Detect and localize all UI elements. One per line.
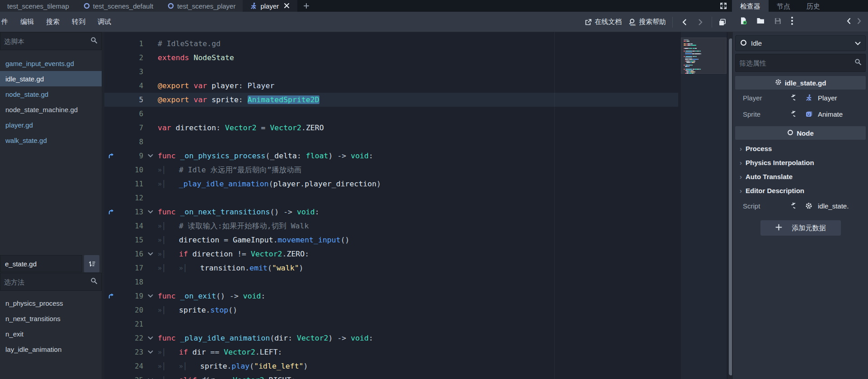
code-line-5[interactable]: 5@export var sprite: AnimatedSprite2D — [104, 93, 678, 107]
sort-methods-icon[interactable] — [84, 255, 99, 272]
menu-调试[interactable]: 调试 — [98, 18, 111, 26]
code-line-15[interactable]: 15»│direction = GameInput.movement_input… — [104, 233, 678, 247]
fold-chevron-icon[interactable] — [143, 154, 158, 158]
group-process[interactable]: ›Process — [735, 142, 866, 156]
code-line-10[interactable]: 10»│# Idle 永远用“最后朝向”播放动画 — [104, 163, 678, 177]
menu-件[interactable]: 件 — [1, 18, 8, 26]
method-list-item[interactable]: n_next_transitions — [0, 311, 102, 326]
fold-chevron-icon[interactable] — [143, 294, 158, 298]
save-icon[interactable] — [774, 17, 782, 27]
script-list-item[interactable]: node_state_machine.gd — [0, 102, 102, 117]
code-line-23[interactable]: 23»│if dir == Vector2.LEFT: — [104, 345, 678, 359]
code-line-16[interactable]: 16»│if direction != Vector2.ZERO: — [104, 247, 678, 261]
fold-chevron-icon[interactable] — [143, 350, 158, 354]
code-line-19[interactable]: 19func _on_exit() -> void: — [104, 289, 678, 303]
code-line-24[interactable]: 24»│»│sprite.play("idle_left") — [104, 359, 678, 373]
filter-methods-input[interactable] — [4, 278, 90, 286]
new-resource-icon[interactable] — [739, 17, 747, 27]
script-panel-icon[interactable] — [718, 18, 727, 26]
code-line-8[interactable]: 8 — [104, 135, 678, 149]
code-line-22[interactable]: 22func _play_idle_animation(dir: Vector2… — [104, 331, 678, 345]
scripts-sidebar: game_input_events.gdidle_state.gdnode_st… — [0, 32, 102, 379]
code-line-25[interactable]: 25»│elif dir == Vector2.RIGHT: — [104, 373, 678, 379]
script-list-item[interactable]: game_input_events.gd — [0, 56, 102, 71]
code-line-3[interactable]: 3 — [104, 65, 678, 79]
add-metadata-button[interactable]: 添加元数据 — [760, 220, 841, 236]
history-back-icon[interactable] — [846, 18, 851, 26]
fold-chevron-icon[interactable] — [143, 210, 158, 214]
node-section-header[interactable]: Node — [735, 126, 866, 140]
script-list-item[interactable]: idle_state.gd — [0, 71, 102, 86]
code-line-11[interactable]: 11»│_play_idle_animation(player.player_d… — [104, 177, 678, 191]
code-line-1[interactable]: 1# IdleState.gd — [104, 37, 678, 51]
code-line-14[interactable]: 14»│# 读取输入:如果开始移动,切到 Walk — [104, 219, 678, 233]
code-line-17[interactable]: 17»│»│transition.emit("walk") — [104, 261, 678, 275]
online-docs-button[interactable]: 在线文档 — [585, 18, 622, 26]
code-line-6[interactable]: 6 — [104, 107, 678, 121]
tab-节点[interactable]: 节点 — [769, 0, 798, 12]
node-selector[interactable]: Idle — [735, 35, 866, 51]
revert-icon[interactable] — [783, 94, 799, 102]
method-list-item[interactable]: lay_idle_animation — [0, 341, 102, 357]
chevron-right-icon: › — [740, 145, 742, 152]
token: if — [179, 250, 188, 258]
code-text: @export var sprite: AnimatedSprite2D — [158, 95, 319, 104]
revert-icon[interactable] — [783, 110, 799, 118]
fold-chevron-icon[interactable] — [143, 336, 158, 340]
current-script-path[interactable]: e_state.gd — [0, 255, 82, 272]
history-forward-icon[interactable] — [857, 18, 862, 26]
minimap-viewport[interactable] — [681, 38, 727, 74]
more-options-icon[interactable] — [791, 16, 793, 27]
code-line-18[interactable]: 18 — [104, 275, 678, 289]
code-line-4[interactable]: 4@export var player: Player — [104, 79, 678, 93]
method-list: n_physics_processn_next_transitionsn_exi… — [0, 291, 102, 357]
menu-编辑[interactable]: 编辑 — [20, 18, 34, 26]
chevron-right-icon: › — [740, 173, 742, 180]
close-icon[interactable] — [284, 3, 290, 9]
code-line-20[interactable]: 20»│sprite.stop() — [104, 303, 678, 317]
property-value[interactable]: Animate — [818, 110, 843, 118]
tab-检查器[interactable]: 检查器 — [732, 0, 769, 12]
property-value[interactable]: Player — [818, 94, 837, 102]
method-list-item[interactable]: n_physics_process — [0, 295, 102, 311]
history-back-icon[interactable] — [679, 19, 689, 26]
revert-icon[interactable] — [783, 202, 799, 210]
override-arrow-icon[interactable] — [104, 293, 118, 299]
script-list-item[interactable]: player.gd — [0, 117, 102, 133]
token: var — [158, 123, 171, 132]
script-property-value[interactable]: idle_state. — [818, 202, 849, 210]
search-help-button[interactable]: DOC 搜索帮助 — [628, 18, 666, 26]
group-auto-translate[interactable]: ›Auto Translate — [735, 170, 866, 184]
scene-tab-test_scenes_default[interactable]: test_scenes_default — [76, 0, 160, 12]
code-line-2[interactable]: 2extends NodeState — [104, 51, 678, 65]
fold-chevron-icon[interactable] — [143, 252, 158, 256]
code-line-13[interactable]: 13func _on_next_transitions() -> void: — [104, 205, 678, 219]
scene-tab-test_scenes_tilemap[interactable]: test_scenes_tilemap — [0, 0, 76, 12]
filter-properties-input[interactable] — [739, 59, 854, 67]
group-editor-description[interactable]: ›Editor Description — [735, 184, 866, 198]
new-tab-button[interactable] — [297, 0, 315, 12]
code-line-9[interactable]: 9func _on_physics_process(_delta: float)… — [104, 149, 678, 163]
method-list-item[interactable]: n_exit — [0, 326, 102, 341]
script-section-header[interactable]: idle_state.gd — [735, 76, 866, 90]
override-arrow-icon[interactable] — [104, 152, 118, 159]
override-arrow-icon[interactable] — [104, 208, 118, 215]
code-line-7[interactable]: 7var direction: Vector2 = Vector2.ZERO — [104, 121, 678, 135]
scene-tab-player[interactable]: player — [243, 0, 297, 12]
code-line-21[interactable]: 21 — [104, 317, 678, 331]
filter-scripts-input[interactable] — [4, 38, 90, 45]
fullscreen-icon[interactable] — [718, 1, 729, 11]
tab-历史[interactable]: 历史 — [798, 0, 828, 12]
menu-搜索[interactable]: 搜索 — [46, 18, 60, 26]
menu-转到[interactable]: 转到 — [72, 18, 85, 26]
history-forward-icon[interactable] — [695, 19, 705, 26]
code-line-12[interactable]: 12 — [104, 191, 678, 205]
minimap[interactable] — [681, 32, 727, 379]
script-list-item[interactable]: walk_state.gd — [0, 133, 102, 148]
group-physics-interpolation[interactable]: ›Physics Interpolation — [735, 156, 866, 170]
load-resource-icon[interactable] — [756, 17, 765, 26]
code-editor[interactable]: 1# IdleState.gd2extends NodeState34@expo… — [102, 32, 732, 379]
scene-tab-test_scenes_player[interactable]: test_scenes_player — [160, 0, 243, 12]
script-list-item[interactable]: node_state.gd — [0, 86, 102, 102]
token: : — [278, 348, 282, 356]
